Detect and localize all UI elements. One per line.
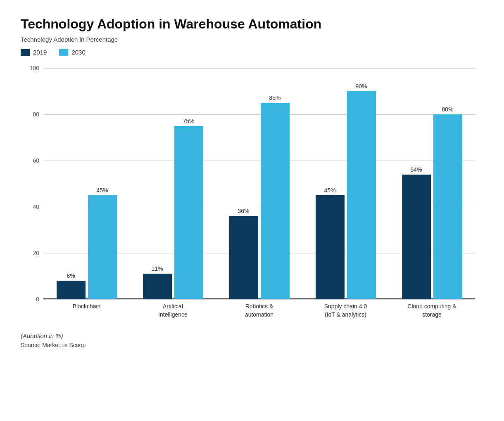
bar-2019-3 [316,195,345,299]
bar-wrapper-2030-3: 90% [347,68,376,299]
bar-group-bars-4: 54%80% [389,68,475,299]
x-label-1: ArtificialIntelligence [130,299,216,324]
bar-label-2030-4: 80% [442,106,453,113]
y-axis-label-100: 100 [23,65,39,71]
bar-label-2030-0: 45% [96,187,108,194]
bar-2019-0 [57,281,86,299]
y-axis-label-60: 60 [23,157,39,164]
bar-group-bars-3: 45%90% [302,68,389,299]
bar-2019-2 [229,216,258,299]
bar-label-2019-0: 8% [67,272,75,279]
bar-group-bars-0: 8%45% [43,68,130,299]
bar-wrapper-2030-4: 80% [433,68,462,299]
bar-group-4: 54%80% [389,68,475,299]
chart-area: 100806040200 8%45%11%75%36%85%45%90%54%8… [21,68,483,324]
bar-wrapper-2019-4: 54% [402,68,431,299]
bar-label-2019-2: 36% [238,208,249,214]
y-axis-label-80: 80 [23,111,39,118]
x-label-0: Blockchain [43,299,130,324]
bars-container: 8%45%11%75%36%85%45%90%54%80% [43,68,475,299]
legend-color-2030 [59,49,68,56]
bar-group-3: 45%90% [302,68,389,299]
bar-2019-4 [402,175,431,299]
bar-wrapper-2030-0: 45% [88,68,117,299]
y-axis-label-20: 20 [23,250,39,256]
legend-label-2030: 2030 [71,49,85,56]
chart-subtitle: Technology Adoption in Percentage [21,36,483,43]
x-label-4: Cloud computing &storage [389,299,475,324]
legend-color-2019 [21,49,30,56]
bar-group-bars-1: 11%75% [130,68,216,299]
chart-title: Technology Adoption in Warehouse Automat… [21,17,483,32]
bar-wrapper-2030-1: 75% [174,68,203,299]
bar-2030-4 [433,114,462,299]
legend-item-2030: 2030 [59,49,85,56]
bar-label-2019-4: 54% [410,166,422,173]
bar-label-2019-3: 45% [324,187,335,194]
legend-item-2019: 2019 [21,49,47,56]
footer-adoption: (Adoption in %) [21,332,483,339]
bar-2030-0 [88,195,117,299]
x-label-2: Robotics &automation [216,299,302,324]
bar-group-bars-2: 36%85% [216,68,302,299]
bar-label-2019-1: 11% [151,265,163,272]
y-axis-label-40: 40 [23,203,39,210]
bar-2030-1 [174,126,203,299]
bar-2019-1 [143,274,172,299]
bar-group-1: 11%75% [130,68,216,299]
bar-wrapper-2019-2: 36% [229,68,258,299]
legend: 2019 2030 [21,49,483,56]
bar-group-2: 36%85% [216,68,302,299]
footer-source: Source: Market.us Scoop [21,342,483,348]
bar-label-2030-3: 90% [355,83,367,90]
y-axis-label-0: 0 [23,296,39,303]
bar-2030-2 [261,103,290,299]
x-label-3: Supply chain 4.0(IoT & analytics) [302,299,389,324]
bar-wrapper-2030-2: 85% [261,68,290,299]
bar-wrapper-2019-0: 8% [57,68,86,299]
x-axis-labels: BlockchainArtificialIntelligenceRobotics… [43,299,475,324]
bar-label-2030-1: 75% [183,118,194,124]
bar-2030-3 [347,91,376,299]
legend-label-2019: 2019 [33,49,47,56]
bar-wrapper-2019-1: 11% [143,68,172,299]
bar-label-2030-2: 85% [269,95,281,101]
bar-group-0: 8%45% [43,68,130,299]
footer: (Adoption in %) Source: Market.us Scoop [21,332,483,348]
bar-wrapper-2019-3: 45% [316,68,345,299]
